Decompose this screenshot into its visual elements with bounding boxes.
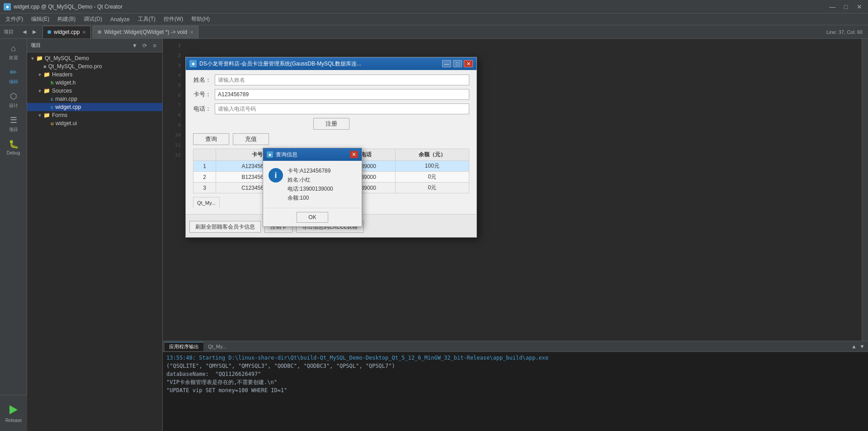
- root-arrow: ▼: [29, 56, 36, 61]
- dialog-ok-button[interactable]: OK: [297, 212, 328, 223]
- tab-nav: ◀ ▶: [20, 28, 39, 37]
- project-panel: 项目 ▼ ⟳ ≡ ▼ 📁 Qt_MySQL_Demo ■ Qt_MySQL_De…: [27, 39, 163, 431]
- sidebar-item-project[interactable]: ☰ 项目: [2, 112, 25, 136]
- close-button[interactable]: ✕: [854, 2, 864, 12]
- menu-edit[interactable]: 编辑(E): [28, 14, 53, 24]
- dialog-title-bar: ◆ 查询信息 ✕: [263, 148, 362, 161]
- minimize-button[interactable]: —: [827, 2, 837, 12]
- bottom-panel-up[interactable]: ▲: [850, 342, 858, 351]
- tab-widget-cpp[interactable]: widget.cpp ✕: [42, 26, 91, 38]
- tree-item-main-cpp[interactable]: c main.cpp: [27, 95, 162, 103]
- root-folder-icon: 📁: [36, 55, 43, 61]
- sources-label: Sources: [52, 88, 72, 94]
- sources-folder-icon: 📁: [43, 88, 50, 94]
- tab-widget-cpp-close[interactable]: ✕: [82, 30, 86, 35]
- tab-widget-constructor[interactable]: Widget::Widget(QWidget *) -> void ✕: [93, 26, 198, 38]
- dialog-close-button[interactable]: ✕: [350, 151, 358, 158]
- tree-item-forms[interactable]: ▼ 📁 Forms: [27, 111, 162, 119]
- menu-control[interactable]: 控件(W): [160, 14, 187, 24]
- editor-area[interactable]: 1 2 3 4 5 6: [163, 39, 868, 341]
- title-bar: ◆ widget.cpp @ Qt_MySQL_Demo - Qt Creato…: [0, 0, 868, 14]
- sidebar-item-edit[interactable]: ✏ 编辑: [2, 65, 25, 88]
- tree-item-headers[interactable]: ▼ 📁 Headers: [27, 70, 162, 79]
- forms-folder-icon: 📁: [43, 112, 50, 118]
- root-label: Qt_MySQL_Demo: [45, 55, 89, 61]
- editor-main: 1 2 3 4 5 6: [163, 39, 868, 341]
- widget-cpp-label: widget.cpp: [55, 104, 81, 110]
- editor-container: 1 2 3 4 5 6: [163, 39, 868, 431]
- release-panel: Release: [0, 395, 27, 431]
- tree-item-widget-ui[interactable]: u widget.ui: [27, 119, 162, 127]
- debug-icon: 🐛: [9, 139, 19, 149]
- maximize-button[interactable]: □: [841, 2, 851, 12]
- widget-h-label: widget.h: [56, 80, 76, 86]
- widget-cpp-icon: c: [51, 104, 53, 110]
- panel-header-buttons: ▼ ⟳ ≡: [131, 42, 159, 50]
- sidebar: ⌂ 欢迎 ✏ 编辑 ⬡ 设计 ☰ 项目 🐛 Debug ? 帮助: [0, 39, 27, 431]
- dialog-footer: OK: [263, 208, 362, 226]
- panel-header: 项目 ▼ ⟳ ≡: [27, 39, 162, 52]
- output-area: 13:55:48: Starting D:\linux-share-dir\Qt…: [163, 352, 868, 431]
- tab-bar: 项目 ◀ ▶ widget.cpp ✕ Widget::Widget(QWidg…: [0, 25, 868, 39]
- main-cpp-icon: c: [51, 96, 53, 102]
- tree-item-pro[interactable]: ■ Qt_MySQL_Demo.pro: [27, 62, 162, 70]
- menu-debug[interactable]: 调试(D): [80, 14, 106, 24]
- tab-nav-right[interactable]: ▶: [30, 28, 39, 37]
- tree-item-widget-h[interactable]: h widget.h: [27, 79, 162, 87]
- query-dialog: ◆ 查询信息 ✕ i 卡号:A123456789 姓名:小红 电话:139001…: [263, 148, 362, 227]
- output-line-4: "VIP卡余额管理表是存在的,不需要创建.\n": [166, 378, 864, 386]
- pro-file-icon: ■: [43, 64, 47, 69]
- bottom-panel-down[interactable]: ▼: [858, 342, 866, 351]
- headers-folder-icon: 📁: [43, 71, 50, 78]
- output-line-2: ("QSQLITE", "QMYSQL", "QMYSQL3", "QODBC"…: [166, 362, 864, 370]
- dialog-title-icon: ◆: [267, 151, 273, 158]
- panel-header-label: 项目: [31, 42, 129, 49]
- dialog-card-no: 卡号:A123456789: [288, 166, 333, 175]
- tab-constructor-close[interactable]: ✕: [190, 30, 193, 35]
- dialog-phone: 电话:13900139000: [288, 184, 333, 193]
- bottom-tab-qt[interactable]: Qt_My...: [203, 343, 231, 350]
- bottom-tab-output[interactable]: 应用程序输出: [165, 342, 203, 351]
- sidebar-item-debug[interactable]: 🐛 Debug: [2, 136, 25, 158]
- tab-constructor-label: Widget::Widget(QWidget *) -> void: [104, 29, 187, 35]
- run-icon: [9, 405, 18, 414]
- dialog-body: i 卡号:A123456789 姓名:小红 电话:13900139000 余额:…: [263, 161, 362, 208]
- menu-tools[interactable]: 工具(T): [134, 14, 159, 24]
- tree-root[interactable]: ▼ 📁 Qt_MySQL_Demo: [27, 54, 162, 62]
- bottom-panel: 应用程序输出 Qt_My... ▲ ▼ 13:55:48: Starting D…: [163, 341, 868, 431]
- forms-arrow: ▼: [36, 113, 43, 118]
- dialog-info-icon: i: [269, 168, 283, 183]
- edit-icon: ✏: [9, 67, 19, 77]
- menu-analyze[interactable]: Analyze: [107, 15, 133, 24]
- app-icon: ◆: [4, 3, 11, 10]
- output-line-5: "UPDATE vip SET money=100 WHERE ID=1": [166, 386, 864, 394]
- sidebar-label-welcome: 欢迎: [9, 55, 18, 61]
- panel-collapse-btn[interactable]: ≡: [151, 42, 159, 50]
- h-file-icon: h: [51, 80, 54, 85]
- tree-item-sources[interactable]: ▼ 📁 Sources: [27, 87, 162, 95]
- panel-sync-btn[interactable]: ⟳: [141, 42, 149, 50]
- tree-item-widget-cpp[interactable]: c widget.cpp: [27, 103, 162, 111]
- right-scrollbar[interactable]: [862, 39, 868, 341]
- sidebar-item-welcome[interactable]: ⌂ 欢迎: [2, 41, 25, 64]
- window-controls: — □ ✕: [827, 2, 864, 12]
- main-cpp-label: main.cpp: [55, 96, 77, 102]
- tab-active-dot: [47, 30, 51, 34]
- sidebar-item-design[interactable]: ⬡ 设计: [2, 89, 25, 112]
- panel-filter-btn[interactable]: ▼: [131, 42, 139, 50]
- window-title: widget.cpp @ Qt_MySQL_Demo - Qt Creator: [14, 4, 827, 10]
- output-line-3: databaseName: "QQ1126626497": [166, 370, 864, 378]
- app-window: ◆ DS小龙哥资料店-会员卡注册管理系统(GaussDB-MySQL数据库连..…: [185, 57, 477, 238]
- output-line-1: 13:55:48: Starting D:\linux-share-dir\Qt…: [166, 354, 864, 362]
- menu-build[interactable]: 构建(B): [54, 14, 79, 24]
- run-button[interactable]: [7, 403, 20, 416]
- sources-arrow: ▼: [36, 89, 43, 94]
- ui-file-icon: u: [51, 121, 54, 126]
- menu-help[interactable]: 帮助(H): [188, 14, 213, 24]
- menu-bar: 文件(F) 编辑(E) 构建(B) 调试(D) Analyze 工具(T) 控件…: [0, 14, 868, 25]
- menu-file[interactable]: 文件(F): [2, 14, 27, 24]
- dialog-name: 姓名:小红: [288, 175, 333, 184]
- pro-label: Qt_MySQL_Demo.pro: [48, 63, 102, 70]
- sidebar-label-edit: 编辑: [9, 79, 18, 85]
- tab-nav-left[interactable]: ◀: [20, 28, 29, 37]
